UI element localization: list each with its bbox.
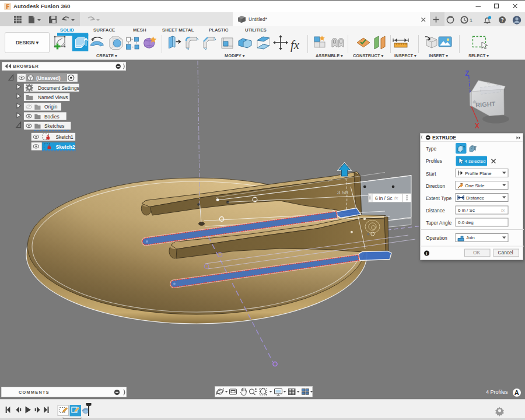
svg-text:Taper Angle: Taper Angle [426, 220, 452, 226]
svg-text:fx: fx [394, 195, 398, 201]
svg-text:A: A [514, 389, 519, 396]
svg-text:Document Settings: Document Settings [38, 85, 79, 91]
svg-text:Named Views: Named Views [38, 94, 68, 100]
svg-text:Bodies: Bodies [44, 114, 60, 120]
svg-text:1: 1 [470, 18, 473, 23]
svg-text:fx: fx [501, 208, 505, 213]
svg-text:Join: Join [466, 235, 475, 240]
svg-text:6 in / Sc: 6 in / Sc [375, 196, 393, 201]
svg-text:6 in / Sc: 6 in / Sc [458, 208, 475, 213]
svg-text:One Side: One Side [465, 183, 485, 188]
svg-text:Profiles: Profiles [426, 158, 442, 164]
svg-text:fx: fx [290, 38, 300, 52]
svg-text:Type: Type [426, 146, 436, 152]
svg-text:X: X [475, 122, 480, 130]
svg-text:Cancel: Cancel [498, 250, 513, 256]
svg-text:EXTRUDE: EXTRUDE [432, 135, 456, 141]
svg-text:Start: Start [426, 171, 436, 177]
svg-text:Operation: Operation [426, 235, 447, 241]
svg-text:i: i [426, 251, 427, 256]
svg-text:(Unsaved): (Unsaved) [36, 75, 61, 81]
svg-text:Sketch1: Sketch1 [56, 134, 74, 140]
svg-text:Distance: Distance [466, 195, 485, 201]
svg-text:Sketch2: Sketch2 [56, 144, 75, 150]
svg-text:0.0 deg: 0.0 deg [458, 220, 474, 225]
svg-text:Origin: Origin [44, 104, 58, 110]
svg-text:Z: Z [465, 69, 469, 78]
svg-text:Distance: Distance [426, 208, 445, 214]
svg-text:Extent Type: Extent Type [426, 195, 452, 201]
svg-text:OK: OK [473, 250, 481, 256]
svg-text:Profile Plane: Profile Plane [465, 171, 492, 176]
svg-text:RIGHT: RIGHT [475, 100, 496, 108]
svg-text:4 selected: 4 selected [465, 159, 486, 164]
svg-text:Sketches: Sketches [44, 123, 64, 129]
svg-text:?: ? [501, 17, 504, 23]
svg-text:Direction: Direction [426, 183, 445, 189]
svg-text:3.50: 3.50 [337, 189, 348, 195]
